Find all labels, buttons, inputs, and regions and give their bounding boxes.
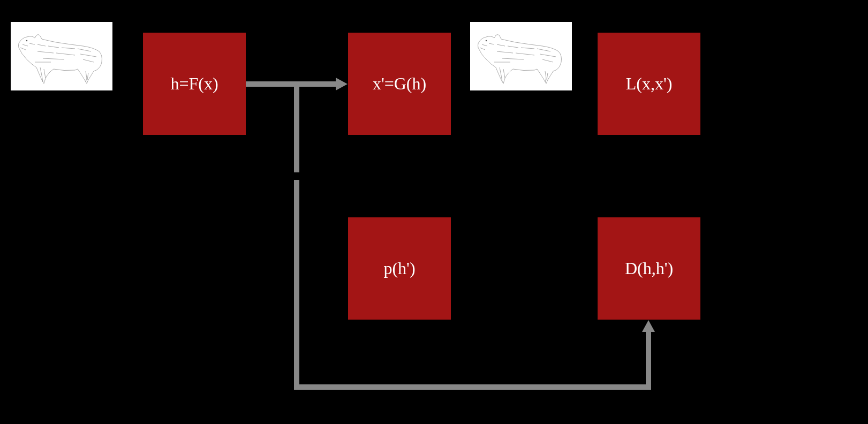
svg-point-0 (26, 40, 27, 41)
loss-label: L(x,x') (626, 74, 673, 94)
wolf-icon (11, 22, 112, 90)
discriminator-label: D(h,h') (625, 259, 673, 278)
arrow-h-to-discriminator-horizontal (294, 384, 646, 390)
input-image (11, 22, 112, 90)
discriminator-box: D(h,h') (598, 217, 700, 320)
decoder-box: x'=G(h) (348, 33, 451, 135)
reconstruction-image (470, 22, 572, 90)
loss-box: L(x,x') (598, 33, 700, 135)
arrow-head-up-icon (642, 320, 655, 332)
prior-label: p(h') (383, 259, 415, 278)
decoder-label: x'=G(h) (373, 74, 426, 94)
arrow-head-right-icon (336, 78, 348, 90)
arrow-encoder-to-decoder (246, 81, 336, 87)
wolf-icon (470, 22, 572, 90)
svg-point-1 (486, 40, 487, 41)
prior-box: p(h') (348, 217, 451, 320)
arrow-h-to-discriminator-vertical (294, 87, 299, 390)
encoder-box: h=F(x) (143, 33, 246, 135)
arrow-h-to-discriminator-up (646, 332, 651, 390)
encoder-label: h=F(x) (170, 74, 218, 94)
line-gap (293, 172, 300, 180)
